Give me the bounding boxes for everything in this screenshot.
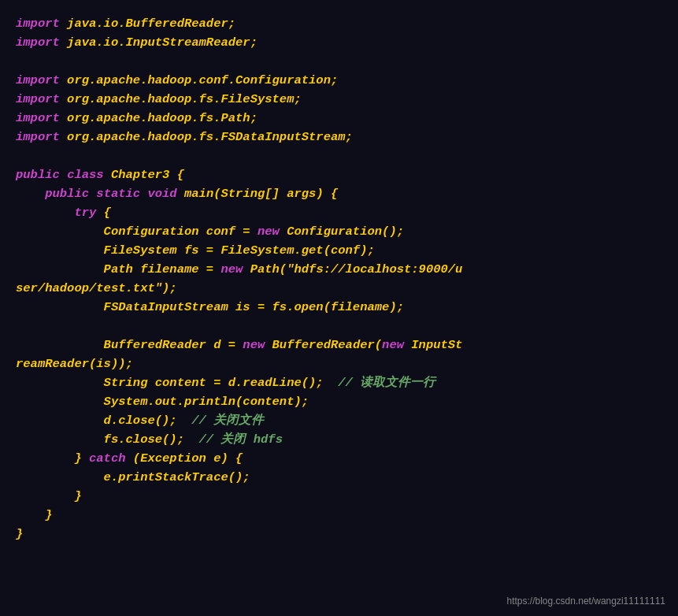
- watermark: https://blog.csdn.net/wangzi11111111: [507, 596, 665, 607]
- code-content: import java.io.BufferedReader; import ja…: [16, 14, 662, 544]
- code-editor: import java.io.BufferedReader; import ja…: [0, 0, 678, 616]
